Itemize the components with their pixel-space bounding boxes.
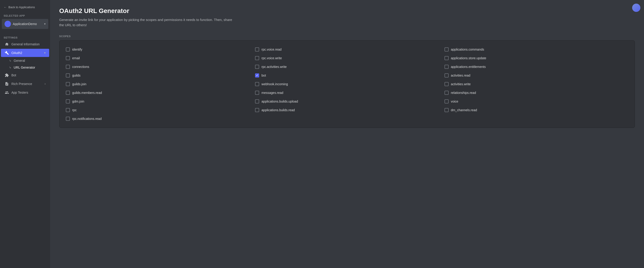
scope-checkbox-rpc-voice-read[interactable] [255,47,259,52]
scope-checkbox-guilds-join[interactable] [66,82,70,86]
back-to-applications[interactable]: ← Back to Applications [0,4,50,11]
scope-item-identify[interactable]: identify [65,46,250,53]
chevron-down-icon: ▾ [44,22,46,26]
scope-checkbox-guilds-members-read[interactable] [66,91,70,95]
scope-item-rpc-voice-write[interactable]: rpc.voice.write [254,55,440,62]
scope-item-guilds-members-read[interactable]: guilds.members.read [65,89,250,96]
scope-item-applications-entitlements[interactable]: applications.entitlements [444,63,629,70]
scope-item-webhook-incoming[interactable]: webhook.incoming [254,81,440,88]
app-selector-left: ApplicationDemo [4,21,37,27]
scope-label-gdm-join: gdm.join [72,100,84,103]
home-icon [4,42,9,47]
scope-label-webhook-incoming: webhook.incoming [262,82,288,86]
scope-checkbox-voice[interactable] [444,99,448,103]
app-testers-label: App Testers [12,91,28,94]
page-description: Generate an invite link for your applica… [59,17,232,28]
scope-label-rpc-notifications-read: rpc.notifications.read [72,117,102,121]
scope-item-email[interactable]: email [65,55,250,62]
scope-checkbox-connections[interactable] [66,65,70,69]
scope-label-bot: bot [262,74,266,77]
scope-item-applications-builds-read[interactable]: applications.builds.read [254,107,440,114]
document-icon [4,82,9,86]
scope-checkbox-applications-commands[interactable] [444,47,448,52]
scope-checkbox-activities-read[interactable] [444,73,448,78]
scope-label-applications-entitlements: applications.entitlements [451,65,486,69]
scope-item-activities-read[interactable]: activities.read [444,72,629,79]
general-sub-label: General [14,59,25,63]
scope-item-guilds[interactable]: guilds [65,72,250,79]
scope-checkbox-rpc-activities-write[interactable] [255,65,259,69]
sidebar-item-general-information[interactable]: General Information [1,40,49,48]
app-selector[interactable]: ApplicationDemo ▾ [2,19,48,29]
scope-item-rpc-voice-read[interactable]: rpc.voice.read [254,46,440,53]
scope-item-relationships-read[interactable]: relationships.read [444,89,629,96]
scope-item-guilds-join[interactable]: guilds.join [65,81,250,88]
sub-arrow-url-icon: ↳ [9,66,12,69]
scope-empty-cell [444,115,629,122]
chevron-right-rich-presence-icon: › [45,82,46,86]
scope-checkbox-bot[interactable] [255,73,259,78]
scopes-container: identifyrpc.voice.readapplications.comma… [59,40,635,128]
page-title: OAuth2 URL Generator [59,7,635,15]
scope-label-rpc: rpc [72,108,76,112]
scope-item-activities-write[interactable]: activities.write [444,81,629,88]
back-arrow-icon: ← [4,6,6,9]
scope-label-activities-write: activities.write [451,82,471,86]
scope-item-dm-channels-read[interactable]: dm_channels.read [444,107,629,114]
scope-checkbox-activities-write[interactable] [444,82,448,86]
rich-presence-label: Rich Presence [12,82,32,86]
scope-checkbox-applications-builds-upload[interactable] [255,99,259,103]
scope-label-relationships-read: relationships.read [451,91,476,95]
sidebar-item-oauth2[interactable]: OAuth2 ▾ [1,49,49,57]
scope-label-messages-read: messages.read [262,91,283,95]
scope-checkbox-rpc-notifications-read[interactable] [66,117,70,121]
settings-section-label: SETTINGS [0,35,50,40]
bot-label: Bot [12,73,16,77]
scope-item-bot[interactable]: bot [254,72,440,79]
scope-item-rpc-activities-write[interactable]: rpc.activities.write [254,63,440,70]
scope-checkbox-rpc[interactable] [66,108,70,112]
scope-checkbox-relationships-read[interactable] [444,91,448,95]
sidebar-item-bot[interactable]: Bot [1,71,49,79]
main-content: OAuth2 URL Generator Generate an invite … [50,0,644,268]
scope-item-applications-builds-upload[interactable]: applications.builds.upload [254,98,440,105]
scope-checkbox-applications-builds-read[interactable] [255,108,259,112]
scope-checkbox-email[interactable] [66,56,70,60]
scope-item-voice[interactable]: voice [444,98,629,105]
scope-label-applications-builds-upload: applications.builds.upload [262,100,298,103]
scope-item-connections[interactable]: connections [65,63,250,70]
scope-label-dm-channels-read: dm_channels.read [451,108,477,112]
sidebar-item-rich-presence[interactable]: Rich Presence › [1,80,49,88]
scope-label-email: email [72,56,80,60]
scope-item-messages-read[interactable]: messages.read [254,89,440,96]
scope-checkbox-dm-channels-read[interactable] [444,108,448,112]
scope-item-rpc[interactable]: rpc [65,107,250,114]
scope-label-applications-builds-read: applications.builds.read [262,108,295,112]
scope-label-identify: identify [72,48,82,51]
scope-item-rpc-notifications-read[interactable]: rpc.notifications.read [65,115,250,122]
scope-checkbox-webhook-incoming[interactable] [255,82,259,86]
user-avatar[interactable] [632,4,640,12]
scope-label-guilds-members-read: guilds.members.read [72,91,102,95]
people-icon [4,90,9,95]
scope-checkbox-guilds[interactable] [66,73,70,78]
general-information-label: General Information [12,42,40,46]
scope-checkbox-applications-store-update[interactable] [444,56,448,60]
scope-checkbox-rpc-voice-write[interactable] [255,56,259,60]
oauth2-label: OAuth2 [12,51,22,55]
scope-item-gdm-join[interactable]: gdm.join [65,98,250,105]
scopes-section-label: SCOPES [59,35,635,38]
sidebar-sub-item-url-generator[interactable]: ↳ URL Generator [1,64,49,71]
scope-label-rpc-voice-write: rpc.voice.write [262,56,282,60]
scope-item-applications-commands[interactable]: applications.commands [444,46,629,53]
scope-checkbox-messages-read[interactable] [255,91,259,95]
sidebar-item-app-testers[interactable]: App Testers [1,88,49,97]
scope-label-guilds-join: guilds.join [72,82,86,86]
scope-label-connections: connections [72,65,89,69]
sidebar-sub-item-general[interactable]: ↳ General [1,58,49,64]
scope-checkbox-applications-entitlements[interactable] [444,65,448,69]
scope-checkbox-gdm-join[interactable] [66,99,70,103]
scope-item-applications-store-update[interactable]: applications.store.update [444,55,629,62]
scope-checkbox-identify[interactable] [66,47,70,52]
avatar-image [632,4,640,12]
